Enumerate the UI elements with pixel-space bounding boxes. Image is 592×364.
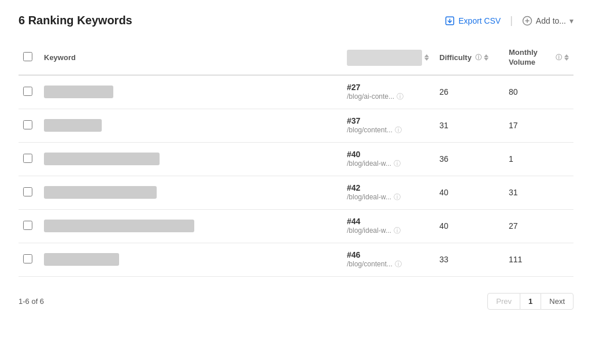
difficulty-value: 31 <box>439 121 449 130</box>
rank-info-icon: ⓘ <box>394 159 401 169</box>
page-1-button[interactable]: 1 <box>520 293 541 310</box>
row-difficulty: 36 <box>435 142 504 176</box>
rank-info-icon: ⓘ <box>395 259 402 269</box>
keywords-table: Keyword Difficulty ⓘ <box>18 41 574 277</box>
plus-circle-icon <box>522 16 532 26</box>
keyword-bar <box>44 153 160 165</box>
row-keyword <box>39 209 342 243</box>
chevron-down-icon: ▾ <box>569 16 574 25</box>
rank-number: #46 <box>347 250 430 259</box>
header-keyword: Keyword <box>39 41 342 75</box>
row-difficulty: 40 <box>435 209 504 243</box>
rank-sort-icon[interactable] <box>424 54 429 61</box>
header-difficulty: Difficulty ⓘ <box>435 41 504 75</box>
prev-button[interactable]: Prev <box>487 293 520 310</box>
header-rank <box>342 41 435 75</box>
row-volume: 17 <box>504 109 574 142</box>
volume-sort-icon[interactable] <box>564 54 569 61</box>
row-checkbox[interactable] <box>23 187 32 196</box>
pagination-info: 1-6 of 6 <box>18 297 44 306</box>
page-title: 6 Ranking Keywords <box>18 14 132 27</box>
rank-url: /blog/ideal-w... <box>347 159 391 168</box>
row-volume: 1 <box>504 142 574 176</box>
row-checkbox-cell <box>18 176 39 209</box>
volume-info-icon: ⓘ <box>556 53 562 62</box>
difficulty-info-icon: ⓘ <box>475 53 482 62</box>
table-row: #46 /blog/content... ⓘ 33 111 <box>18 243 574 276</box>
row-keyword <box>39 142 342 176</box>
row-rank: #37 /blog/content... ⓘ <box>342 109 435 142</box>
volume-value: 1 <box>509 154 513 164</box>
export-csv-button[interactable]: Export CSV <box>445 16 501 26</box>
keyword-bar <box>44 220 194 232</box>
row-rank: #42 /blog/ideal-w... ⓘ <box>342 176 435 209</box>
row-rank: #40 /blog/ideal-w... ⓘ <box>342 142 435 176</box>
row-difficulty: 26 <box>435 75 504 109</box>
volume-value: 80 <box>509 87 518 96</box>
row-checkbox-cell <box>18 209 39 243</box>
rank-number: #27 <box>347 83 430 92</box>
row-checkbox[interactable] <box>23 120 32 129</box>
rank-info-icon: ⓘ <box>397 92 404 102</box>
rank-info-icon: ⓘ <box>395 125 402 135</box>
keyword-bar <box>44 186 157 199</box>
next-button[interactable]: Next <box>541 293 574 310</box>
row-checkbox-cell <box>18 243 39 276</box>
difficulty-value: 26 <box>439 87 449 96</box>
rank-info-icon: ⓘ <box>394 226 401 236</box>
difficulty-value: 40 <box>439 188 449 197</box>
difficulty-value: 33 <box>439 255 449 264</box>
row-difficulty: 33 <box>435 243 504 276</box>
row-difficulty: 40 <box>435 176 504 209</box>
row-rank: #27 /blog/ai-conte... ⓘ <box>342 75 435 109</box>
divider: | <box>510 14 513 27</box>
rank-url: /blog/content... <box>347 260 393 268</box>
keyword-bar <box>44 86 113 98</box>
rank-url: /blog/content... <box>347 126 393 134</box>
row-keyword <box>39 75 342 109</box>
row-volume: 80 <box>504 75 574 109</box>
rank-header-placeholder <box>347 50 422 66</box>
row-keyword <box>39 109 342 142</box>
difficulty-value: 36 <box>439 154 449 164</box>
rank-url: /blog/ai-conte... <box>347 92 394 101</box>
rank-number: #44 <box>347 217 430 226</box>
select-all-checkbox[interactable] <box>23 52 32 61</box>
volume-value: 111 <box>509 255 522 264</box>
row-volume: 31 <box>504 176 574 209</box>
add-to-button[interactable]: Add to... ▾ <box>522 16 574 26</box>
row-checkbox-cell <box>18 142 39 176</box>
keyword-bar <box>44 253 119 266</box>
volume-value: 17 <box>509 121 518 130</box>
table-header-row: Keyword Difficulty ⓘ <box>18 41 574 75</box>
row-checkbox-cell <box>18 109 39 142</box>
header-monthly-volume: Monthly Volume ⓘ <box>504 41 574 75</box>
rank-url: /blog/ideal-w... <box>347 193 391 201</box>
rank-url: /blog/ideal-w... <box>347 226 391 235</box>
row-difficulty: 31 <box>435 109 504 142</box>
row-checkbox[interactable] <box>23 221 32 230</box>
rank-info-icon: ⓘ <box>394 192 401 202</box>
keyword-bar <box>44 119 102 132</box>
row-rank: #44 /blog/ideal-w... ⓘ <box>342 209 435 243</box>
difficulty-sort-icon[interactable] <box>484 54 489 61</box>
row-checkbox[interactable] <box>23 87 32 96</box>
table-row: #44 /blog/ideal-w... ⓘ 40 27 <box>18 209 574 243</box>
row-rank: #46 /blog/content... ⓘ <box>342 243 435 276</box>
rank-number: #37 <box>347 116 430 125</box>
rank-number: #40 <box>347 150 430 159</box>
difficulty-value: 40 <box>439 221 449 231</box>
row-checkbox[interactable] <box>23 254 32 263</box>
table-row: #37 /blog/content... ⓘ 31 17 <box>18 109 574 142</box>
row-keyword <box>39 243 342 276</box>
table-footer: 1-6 of 6 Prev 1 Next <box>18 288 574 310</box>
rank-number: #42 <box>347 183 430 192</box>
header-actions: Export CSV | Add to... ▾ <box>445 14 574 27</box>
row-volume: 27 <box>504 209 574 243</box>
row-volume: 111 <box>504 243 574 276</box>
row-keyword <box>39 176 342 209</box>
volume-value: 27 <box>509 221 518 231</box>
row-checkbox[interactable] <box>23 154 32 163</box>
volume-value: 31 <box>509 188 518 197</box>
download-icon <box>445 16 455 26</box>
